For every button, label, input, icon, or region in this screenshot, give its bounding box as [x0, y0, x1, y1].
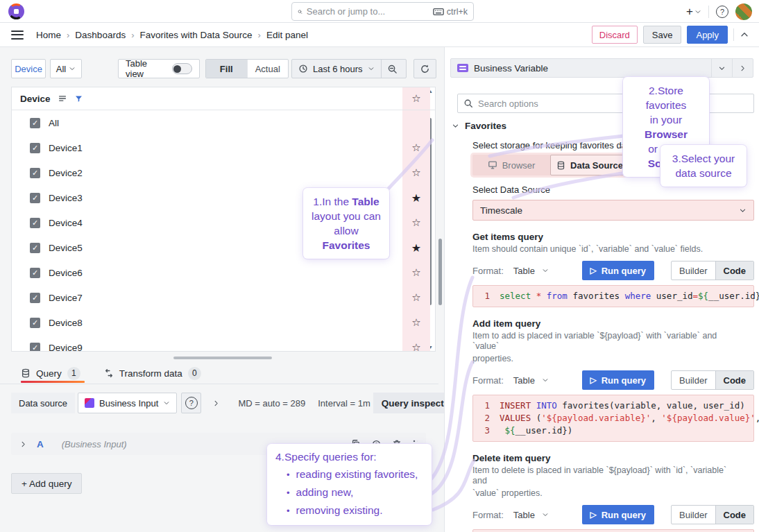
builder-option[interactable]: Builder	[672, 371, 715, 389]
checkbox-checked[interactable]	[30, 268, 40, 278]
tab-transform-data[interactable]: Transform data 0	[104, 367, 201, 380]
favorite-star-icon[interactable]: ☆	[402, 210, 430, 235]
actual-option[interactable]: Actual	[247, 60, 289, 78]
sql-code-editor[interactable]: 1DELETE FROM favorites WHERE id=${payloa…	[472, 529, 754, 532]
breadcrumb-item[interactable]: Edit panel	[266, 30, 308, 40]
database-icon	[21, 368, 31, 378]
favorite-star-icon[interactable]: ☆	[402, 285, 430, 310]
table-row[interactable]: Device9	[12, 335, 400, 352]
time-range-group: Last 6 hours	[291, 59, 407, 78]
options-search-box[interactable]	[457, 94, 754, 113]
tab-query[interactable]: Query 1	[21, 367, 80, 380]
new-menu-button[interactable]: +	[686, 5, 701, 19]
favorite-star-icon[interactable]: ★	[402, 185, 430, 210]
discard-button[interactable]: Discard	[592, 26, 638, 44]
table-row[interactable]: All	[12, 110, 400, 135]
active-tab-underline	[21, 381, 85, 383]
left-pane-scrollbar[interactable]	[438, 239, 442, 305]
panel-edit-actions: Discard Save Apply	[592, 26, 749, 44]
datasource-help-button[interactable]: ?	[181, 393, 201, 413]
breadcrumb-item[interactable]: Favorites with Data Source	[140, 30, 253, 40]
global-search-box[interactable]: ctrl+k	[291, 2, 474, 21]
filter-icon[interactable]	[74, 94, 83, 103]
app-logo-icon[interactable]	[8, 3, 24, 19]
fill-option[interactable]: Fill	[206, 60, 247, 78]
table-row[interactable]: Device2	[12, 160, 400, 185]
code-option[interactable]: Code	[715, 371, 754, 389]
chevron-right-icon[interactable]	[212, 400, 220, 407]
keyboard-icon	[433, 8, 444, 16]
global-search-input[interactable]	[307, 6, 429, 17]
breadcrumb-item[interactable]: Home	[36, 30, 61, 40]
checkbox-checked[interactable]	[30, 218, 40, 228]
line-number: 2	[473, 412, 500, 424]
datasource-select[interactable]: Timescale	[472, 200, 754, 221]
datasource-picker[interactable]: Business Input	[78, 393, 177, 413]
time-range-picker[interactable]: Last 6 hours	[292, 60, 381, 78]
favorites-section-header[interactable]: Favorites	[452, 121, 759, 131]
fill-actual-switch: Fill Actual	[205, 59, 289, 78]
favorite-star-icon[interactable]: ☆	[402, 335, 430, 352]
checkbox-checked[interactable]	[30, 243, 40, 253]
query-section-description: Item to add is placed in variable `${pay…	[472, 331, 731, 352]
format-value-dropdown[interactable]: Table	[513, 266, 535, 276]
favorite-star-icon[interactable]: ☆	[402, 310, 430, 335]
favorite-star-icon[interactable]: ☆	[402, 160, 430, 185]
chevron-up-icon[interactable]	[740, 30, 749, 40]
storage-datasource-option[interactable]: Data Source	[550, 155, 629, 175]
breadcrumb-item[interactable]: Dashboards	[75, 30, 126, 40]
sql-code-editor[interactable]: 1INSERT INTO favorites(variable, value, …	[472, 395, 754, 442]
builder-option[interactable]: Builder	[672, 506, 715, 524]
variable-device-button[interactable]: Device	[11, 59, 46, 78]
panel-type-dropdown-button[interactable]	[711, 59, 732, 77]
panel-type-header[interactable]: Business Variable	[450, 58, 753, 78]
variable-value-dropdown[interactable]: All	[50, 59, 82, 78]
table-row[interactable]: Device8	[12, 310, 400, 335]
favorite-star-icon[interactable]: ★	[402, 235, 430, 260]
zoom-out-time-button[interactable]	[381, 60, 404, 78]
menu-toggle-button[interactable]	[11, 31, 24, 40]
help-button[interactable]: ?	[716, 6, 728, 18]
checkbox-checked[interactable]	[30, 168, 40, 178]
run-query-button[interactable]: ▷Run query	[582, 261, 655, 280]
run-query-button[interactable]: ▷Run query	[582, 370, 655, 390]
table-row[interactable]: Device6	[12, 260, 400, 285]
user-avatar[interactable]	[735, 3, 752, 20]
checkbox-checked[interactable]	[30, 343, 40, 352]
table-header: Device	[12, 87, 435, 110]
checkbox-checked[interactable]	[30, 143, 40, 153]
builder-option[interactable]: Builder	[672, 261, 715, 280]
table-row[interactable]: Device7	[12, 285, 400, 310]
storage-switch: Browser Data Source	[472, 155, 629, 175]
datasource-row: Data source Business Input ? MD = auto =…	[11, 393, 461, 413]
code-option[interactable]: Code	[715, 261, 754, 280]
collapse-options-button[interactable]	[732, 59, 753, 77]
panel-type-icon	[457, 64, 468, 72]
table-row[interactable]: Device1	[12, 135, 400, 160]
breadcrumb[interactable]: Home›Dashboards›Favorites with Data Sour…	[36, 30, 308, 40]
apply-button[interactable]: Apply	[687, 26, 728, 44]
format-value-dropdown[interactable]: Table	[513, 510, 535, 520]
format-row: Format:Table▷Run queryBuilderCode	[472, 370, 754, 390]
sql-code-editor[interactable]: 1select * from favorites where user_id=$…	[472, 285, 754, 307]
expand-query-icon[interactable]	[19, 440, 27, 448]
code-option[interactable]: Code	[715, 506, 754, 524]
storage-browser-option[interactable]: Browser	[472, 155, 550, 175]
table-view-toggle[interactable]	[172, 63, 192, 74]
favorite-star-icon[interactable]: ☆	[402, 135, 430, 160]
checkbox-checked[interactable]	[30, 193, 40, 203]
checkbox-checked[interactable]	[30, 293, 40, 303]
save-button[interactable]: Save	[643, 26, 682, 44]
column-menu-icon[interactable]	[58, 94, 67, 103]
horizontal-scrollbar[interactable]	[173, 357, 272, 359]
callout-bullet: •reading existing favorites,	[275, 465, 423, 483]
checkbox-checked[interactable]	[30, 318, 40, 328]
panel-options-pane: Business Variable Favorites Select stora…	[444, 47, 759, 532]
favorite-star-icon[interactable]: ☆	[402, 260, 430, 285]
add-query-button[interactable]: + Add query	[11, 473, 82, 494]
run-query-button[interactable]: ▷Run query	[582, 505, 655, 524]
format-value-dropdown[interactable]: Table	[513, 375, 535, 386]
checkbox-checked[interactable]	[30, 118, 40, 128]
nav-bar: Home›Dashboards›Favorites with Data Sour…	[0, 23, 759, 47]
refresh-button[interactable]	[413, 59, 436, 78]
